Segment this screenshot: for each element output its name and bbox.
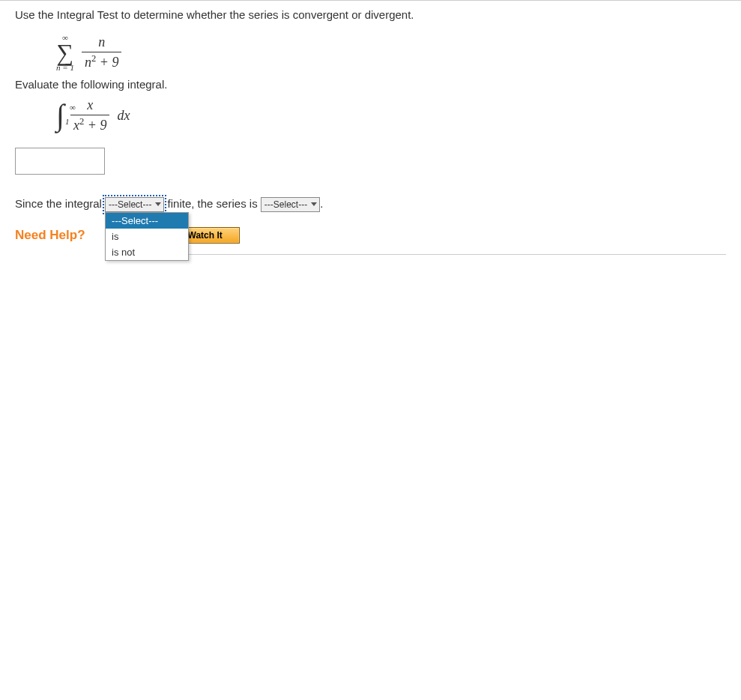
question-container: Use the Integral Test to determine wheth… xyxy=(0,0,741,276)
section-divider xyxy=(135,254,726,255)
select1-option-isnot[interactable]: is not xyxy=(106,244,188,260)
question-prompt: Use the Integral Test to determine wheth… xyxy=(15,8,726,21)
select1-option-is[interactable]: is xyxy=(106,229,188,244)
integral-denominator: x2 + 9 xyxy=(70,115,109,133)
sentence-part2: finite, the series is xyxy=(164,197,260,210)
select-is-isnot[interactable]: ---Select--- ---Select--- is is not xyxy=(105,197,164,212)
select2-display: ---Select--- xyxy=(264,199,307,210)
integral-fraction: x x2 + 9 xyxy=(70,98,109,133)
select1-display: ---Select--- xyxy=(109,199,151,210)
integral-answer-input[interactable] xyxy=(15,148,105,175)
evaluate-label: Evaluate the following integral. xyxy=(15,78,726,91)
chevron-down-icon xyxy=(155,202,161,206)
integral-numerator: x xyxy=(84,98,96,115)
select1-option-placeholder[interactable]: ---Select--- xyxy=(106,213,188,229)
sigma-lower: n = 1 xyxy=(56,64,74,72)
series-fraction: n n2 + 9 xyxy=(82,35,121,70)
chevron-down-icon xyxy=(311,202,317,206)
need-help-label: Need Help? xyxy=(15,228,85,243)
integral-lower: 1 xyxy=(65,118,70,126)
sentence-period: . xyxy=(320,197,323,210)
series-numerator: n xyxy=(95,35,108,52)
integral-symbol: ∫ xyxy=(56,103,64,127)
series-expression: ∞ ∑ n = 1 n n2 + 9 xyxy=(56,28,726,72)
sigma-symbol: ∑ xyxy=(57,42,74,64)
sentence-part1: Since the integral xyxy=(15,197,105,210)
select-conv-div[interactable]: ---Select--- xyxy=(261,197,320,212)
integral-upper: ∞ xyxy=(70,103,76,112)
select1-dropdown: ---Select--- is is not xyxy=(105,212,189,261)
integral-dx: dx xyxy=(117,108,130,124)
conclusion-sentence: Since the integral ---Select--- ---Selec… xyxy=(15,197,726,212)
integral-expression: ∞ ∫ 1 x x2 + 9 dx xyxy=(56,98,726,133)
series-denominator: n2 + 9 xyxy=(82,52,121,70)
